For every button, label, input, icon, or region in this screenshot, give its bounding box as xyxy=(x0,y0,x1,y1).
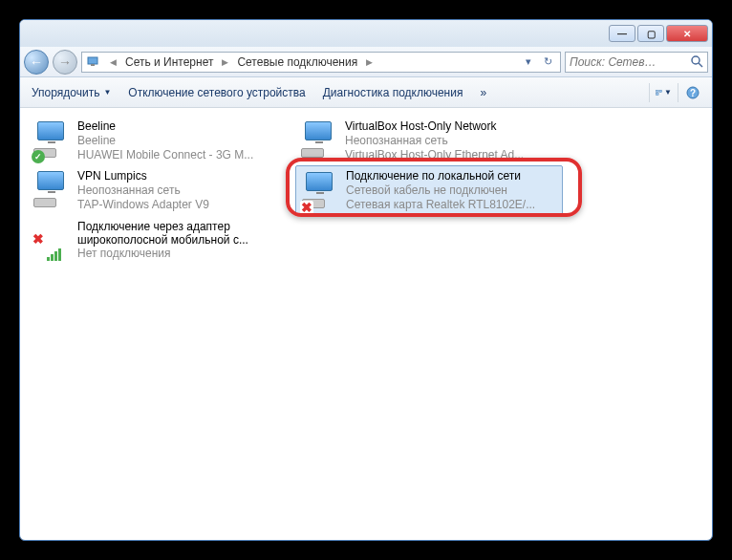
view-options-button[interactable]: ▼ xyxy=(649,83,672,102)
connection-name: VirtualBox Host-Only Network xyxy=(345,119,524,134)
toolbar: Упорядочить ▼ Отключение сетевого устрой… xyxy=(20,77,712,108)
connection-mobile-broadband[interactable]: ✖ Подключение через адаптер широкополосн… xyxy=(28,215,295,265)
status-disconnected-icon: ✖ xyxy=(300,201,313,214)
disable-device-button[interactable]: Отключение сетевого устройства xyxy=(128,86,305,99)
minimize-icon: — xyxy=(617,29,627,39)
connection-icon: ✓ xyxy=(32,118,72,163)
navbar: ← → ◀ Сеть и Интернет ▶ Сетевые подключе… xyxy=(20,47,712,77)
more-commands-button[interactable]: » xyxy=(480,86,486,99)
chevron-right-icon: ▶ xyxy=(222,57,228,67)
connection-device: HUAWEI Mobile Connect - 3G M... xyxy=(77,148,253,162)
organize-menu[interactable]: Упорядочить ▼ xyxy=(32,86,111,99)
connection-icon xyxy=(32,167,72,213)
help-button[interactable]: ? xyxy=(678,83,700,102)
address-dropdown-button[interactable]: ▾ xyxy=(520,54,537,71)
connection-name: Beeline xyxy=(77,119,253,134)
connection-virtualbox[interactable]: VirtualBox Host-Only Network Неопознанна… xyxy=(295,116,563,165)
address-bar[interactable]: ◀ Сеть и Интернет ▶ Сетевые подключения … xyxy=(81,52,561,73)
connection-status: Нет подключения xyxy=(77,247,291,261)
connection-name: VPN Lumpics xyxy=(77,169,209,183)
content-area: ✓ Beeline Beeline HUAWEI Mobile Connect … xyxy=(20,108,712,272)
maximize-button[interactable]: ▢ xyxy=(637,25,664,42)
connection-icon xyxy=(299,118,339,163)
connection-vpn-lumpics[interactable]: VPN Lumpics Неопознанная сеть TAP-Window… xyxy=(28,165,295,215)
breadcrumb-connections[interactable]: Сетевые подключения xyxy=(237,55,357,69)
connection-status: Неопознанная сеть xyxy=(345,134,524,148)
chevron-down-icon: ▼ xyxy=(103,88,111,97)
svg-text:?: ? xyxy=(689,88,695,98)
disable-label: Отключение сетевого устройства xyxy=(128,86,305,99)
search-input[interactable] xyxy=(570,55,691,69)
connection-status: Beeline xyxy=(77,134,253,148)
more-label: » xyxy=(480,86,486,99)
search-box[interactable] xyxy=(565,52,708,73)
titlebar: — ▢ ✕ xyxy=(20,20,712,47)
breadcrumb-network[interactable]: Сеть и Интернет xyxy=(125,55,213,69)
network-icon xyxy=(86,54,101,70)
minimize-button[interactable]: — xyxy=(609,25,635,42)
chevron-right-icon: ▶ xyxy=(366,57,373,67)
forward-arrow-icon: → xyxy=(58,54,72,70)
connection-device: VirtualBox Host-Only Ethernet Ad... xyxy=(345,148,524,162)
connection-name: Подключение по локальной сети xyxy=(346,169,535,183)
organize-label: Упорядочить xyxy=(32,86,99,99)
connection-status: Сетевой кабель не подключен xyxy=(346,183,535,198)
connection-device: TAP-Windows Adapter V9 xyxy=(77,198,209,212)
connection-beeline[interactable]: ✓ Beeline Beeline HUAWEI Mobile Connect … xyxy=(28,116,295,165)
diagnose-label: Диагностика подключения xyxy=(323,86,463,99)
svg-line-3 xyxy=(699,63,702,67)
chevron-down-icon: ▼ xyxy=(664,88,672,97)
status-connected-icon: ✓ xyxy=(32,150,45,163)
svg-rect-4 xyxy=(656,90,658,92)
signal-bars-icon xyxy=(47,248,61,261)
svg-point-2 xyxy=(692,56,700,64)
svg-rect-6 xyxy=(656,93,658,95)
back-button[interactable]: ← xyxy=(24,50,49,75)
window: — ▢ ✕ ← → ◀ Сеть и Интернет ▶ Сетевые по… xyxy=(19,19,713,541)
close-icon: ✕ xyxy=(683,29,691,39)
maximize-icon: ▢ xyxy=(647,29,656,39)
svg-rect-1 xyxy=(91,64,95,66)
svg-rect-5 xyxy=(659,90,662,92)
breadcrumb-sep-icon: ◀ xyxy=(110,57,117,67)
svg-rect-0 xyxy=(88,57,97,64)
close-button[interactable]: ✕ xyxy=(666,25,708,42)
connection-lan[interactable]: ✖ Подключение по локальной сети Сетевой … xyxy=(295,165,563,215)
status-disconnected-icon: ✖ xyxy=(32,232,45,246)
connection-device: Сетевая карта Realtek RTL8102E/... xyxy=(346,198,535,212)
back-arrow-icon: ← xyxy=(30,54,43,70)
connection-status: Неопознанная сеть xyxy=(77,183,209,198)
forward-button[interactable]: → xyxy=(53,50,77,75)
diagnose-button[interactable]: Диагностика подключения xyxy=(323,86,463,99)
search-icon xyxy=(691,55,703,69)
connection-name: Подключение через адаптер широкополосной… xyxy=(77,220,291,247)
refresh-button[interactable]: ↻ xyxy=(539,54,556,71)
connection-icon: ✖ xyxy=(300,168,340,214)
connection-icon: ✖ xyxy=(32,217,72,263)
